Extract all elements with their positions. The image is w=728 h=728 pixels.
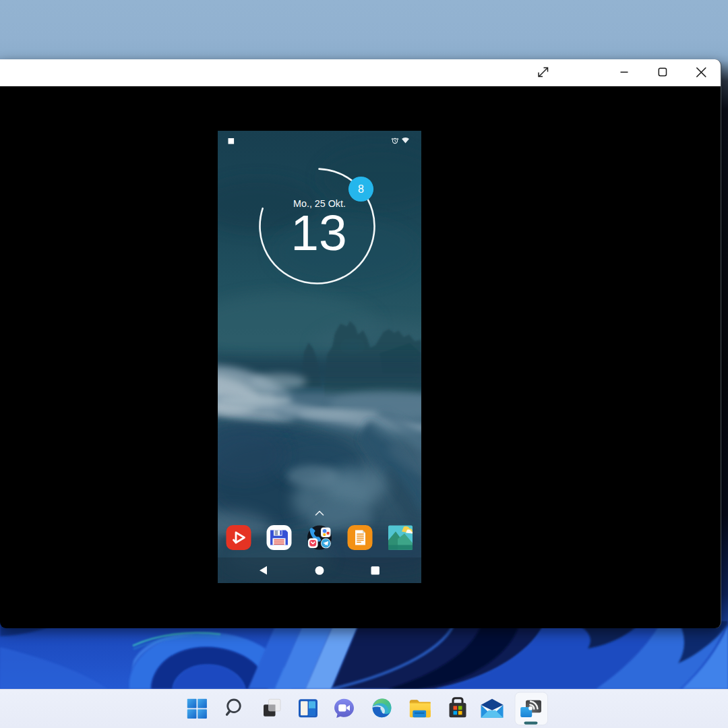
svg-text:8: 8 bbox=[358, 183, 364, 195]
svg-text:13: 13 bbox=[291, 204, 346, 261]
